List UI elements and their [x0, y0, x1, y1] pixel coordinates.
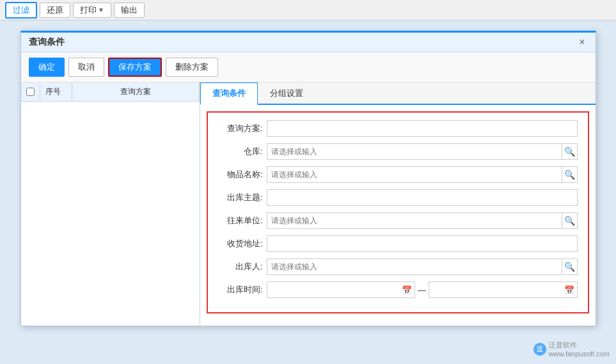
toolbar: 过滤 还原 打印 ▼ 输出 [0, 0, 616, 20]
dialog-header: 查询条件 × [21, 33, 596, 52]
input-partner[interactable] [267, 213, 562, 228]
input-outbound-theme[interactable] [267, 189, 578, 206]
label-delivery-address: 收货地址: [218, 238, 263, 249]
outbound-person-search-icon[interactable]: 🔍 [562, 259, 577, 274]
main-area: 查询条件 × 确定 取消 保存方案 删除方案 序号 查询方案 [0, 20, 616, 364]
input-date-end[interactable] [432, 282, 564, 297]
label-outbound-person: 出库人: [218, 261, 263, 273]
input-plan[interactable] [267, 120, 578, 137]
item-name-search-icon[interactable]: 🔍 [562, 167, 577, 182]
seq-col-header: 序号 [40, 83, 72, 101]
tabs: 查询条件 分组设置 [200, 83, 596, 105]
label-outbound-theme: 出库主题: [218, 192, 263, 203]
date-range-wrapper: 📅 — 📅 [267, 281, 578, 298]
label-warehouse: 仓库: [218, 146, 263, 157]
name-col-header: 查询方案 [72, 83, 200, 101]
calendar-end-icon[interactable]: 📅 [564, 285, 574, 295]
partner-input-wrapper: 🔍 [267, 212, 578, 229]
watermark: 泛 泛普软件 www.fanpusoft.com [533, 340, 610, 358]
left-panel: 序号 查询方案 [21, 83, 200, 326]
date-separator: — [418, 285, 426, 295]
left-table-header: 序号 查询方案 [21, 83, 200, 102]
form-row-outbound-time: 出库时间: 📅 — 📅 [218, 281, 578, 298]
input-delivery-address[interactable] [267, 235, 578, 252]
watermark-info: 泛普软件 www.fanpusoft.com [549, 340, 610, 358]
right-panel: 查询条件 分组设置 查询方案: 仓库: 🔍 [200, 83, 596, 326]
select-all-checkbox[interactable] [26, 88, 35, 96]
form-row-plan: 查询方案: [218, 120, 578, 137]
dialog-actions: 确定 取消 保存方案 删除方案 [21, 52, 596, 83]
input-warehouse[interactable] [267, 144, 562, 159]
restore-button[interactable]: 还原 [40, 3, 70, 18]
dialog-title: 查询条件 [29, 36, 65, 48]
date-end-input: 📅 [429, 281, 578, 298]
label-outbound-time: 出库时间: [218, 284, 263, 296]
form-row-item-name: 物品名称: 🔍 [218, 166, 578, 183]
print-label: 打印 [80, 4, 97, 16]
delete-plan-button[interactable]: 删除方案 [166, 58, 218, 77]
item-name-input-wrapper: 🔍 [267, 166, 578, 183]
partner-search-icon[interactable]: 🔍 [562, 213, 577, 228]
outbound-person-input-wrapper: 🔍 [267, 258, 578, 275]
query-dialog: 查询条件 × 确定 取消 保存方案 删除方案 序号 查询方案 [20, 31, 596, 326]
close-icon[interactable]: × [576, 36, 587, 48]
form-row-delivery-address: 收货地址: [218, 235, 578, 252]
form-panel: 查询方案: 仓库: 🔍 物品名称: [207, 111, 589, 313]
date-start-input: 📅 [267, 281, 416, 298]
header-checkbox-cell [21, 84, 40, 100]
label-partner: 往来单位: [218, 215, 263, 226]
dialog-body: 序号 查询方案 查询条件 分组设置 查询方案: [21, 83, 596, 326]
warehouse-search-icon[interactable]: 🔍 [562, 144, 577, 159]
warehouse-input-wrapper: 🔍 [267, 143, 578, 160]
watermark-logo: 泛 [533, 343, 546, 356]
watermark-website: www.fanpusoft.com [549, 350, 610, 358]
print-dropdown-arrow: ▼ [98, 6, 104, 13]
filter-button[interactable]: 过滤 [5, 2, 37, 19]
watermark-company: 泛普软件 [549, 340, 610, 350]
input-outbound-person[interactable] [267, 259, 562, 274]
save-plan-button[interactable]: 保存方案 [108, 58, 162, 77]
confirm-button[interactable]: 确定 [29, 58, 65, 77]
form-row-outbound-theme: 出库主题: [218, 189, 578, 206]
form-row-warehouse: 仓库: 🔍 [218, 143, 578, 160]
input-date-start[interactable] [270, 282, 402, 297]
label-item-name: 物品名称: [218, 169, 263, 180]
input-item-name[interactable] [267, 167, 562, 182]
print-button[interactable]: 打印 ▼ [73, 3, 111, 18]
form-row-partner: 往来单位: 🔍 [218, 212, 578, 229]
tab-query-conditions[interactable]: 查询条件 [200, 83, 258, 105]
export-button[interactable]: 输出 [114, 3, 145, 18]
tab-group-settings[interactable]: 分组设置 [258, 83, 315, 105]
label-plan: 查询方案: [218, 123, 263, 134]
cancel-button[interactable]: 取消 [68, 58, 104, 77]
calendar-start-icon[interactable]: 📅 [402, 285, 412, 295]
form-row-outbound-person: 出库人: 🔍 [218, 258, 578, 275]
left-table-body [21, 102, 200, 323]
